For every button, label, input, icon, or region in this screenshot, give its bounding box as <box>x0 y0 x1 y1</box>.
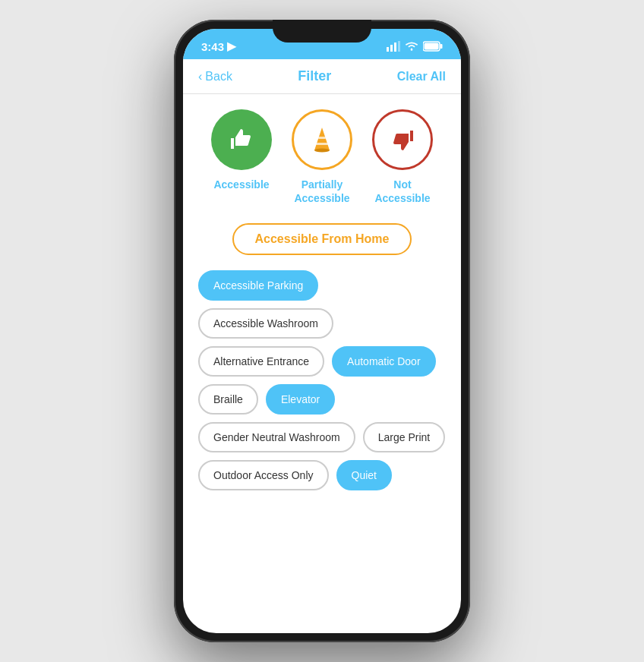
phone-screen: 3:43 ▶ <box>183 29 461 633</box>
phone-frame: 3:43 ▶ <box>174 20 470 642</box>
accessible-label: Accessible <box>213 178 269 191</box>
from-home-row: Accessible From Home <box>195 223 449 255</box>
time-display: 3:43 <box>201 40 224 53</box>
svg-rect-9 <box>316 143 328 145</box>
svg-rect-3 <box>398 41 400 52</box>
chip-accessible-washroom[interactable]: Accessible Washroom <box>198 308 333 339</box>
back-chevron: ‹ <box>198 70 202 84</box>
not-accessible-option[interactable]: Not Accessible <box>366 109 438 205</box>
clear-all-button[interactable]: Clear All <box>397 70 446 84</box>
chip-outdoor-access-only[interactable]: Outdoor Access Only <box>198 460 329 490</box>
back-label: Back <box>205 70 232 84</box>
not-accessible-label: Not Accessible <box>366 178 438 205</box>
svg-rect-2 <box>394 43 396 52</box>
chip-gender-neutral-washroom[interactable]: Gender Neutral Washroom <box>198 422 355 452</box>
accessible-option[interactable]: Accessible <box>205 109 277 191</box>
phone-notch <box>273 20 371 43</box>
chip-braille[interactable]: Braille <box>198 384 258 415</box>
status-time: 3:43 ▶ <box>201 39 236 53</box>
svg-rect-10 <box>318 137 326 139</box>
svg-rect-0 <box>387 47 389 52</box>
wifi-icon <box>405 41 418 52</box>
partially-accessible-option[interactable]: Partially Accessible <box>286 109 358 205</box>
thumbs-down-icon <box>386 123 419 156</box>
location-icon: ▶ <box>227 39 236 53</box>
svg-rect-7 <box>425 43 439 50</box>
partially-accessible-icon-circle <box>292 109 352 170</box>
nav-title: Filter <box>298 68 331 84</box>
chip-large-print[interactable]: Large Print <box>363 422 445 452</box>
filter-chips: Accessible ParkingAccessible WashroomAlt… <box>195 270 449 490</box>
partially-accessible-label: Partially Accessible <box>286 178 358 205</box>
accessible-from-home-button[interactable]: Accessible From Home <box>232 223 412 255</box>
svg-rect-1 <box>390 45 393 52</box>
status-icons <box>387 41 443 52</box>
svg-point-11 <box>314 149 330 153</box>
cone-icon <box>305 123 339 156</box>
chip-alternative-entrance[interactable]: Alternative Entrance <box>198 346 324 377</box>
not-accessible-icon-circle <box>372 109 433 170</box>
chip-accessible-parking[interactable]: Accessible Parking <box>198 270 318 301</box>
chip-quiet[interactable]: Quiet <box>336 460 392 490</box>
svg-point-4 <box>411 49 413 51</box>
signal-icon <box>387 41 400 52</box>
battery-icon <box>423 41 443 52</box>
accessible-icon-circle <box>211 109 272 170</box>
chip-automatic-door[interactable]: Automatic Door <box>332 346 435 377</box>
chip-elevator[interactable]: Elevator <box>266 384 335 415</box>
nav-bar: ‹ Back Filter Clear All <box>183 59 461 94</box>
accessibility-options-row: Accessible Partially Accessible <box>195 109 449 205</box>
svg-rect-6 <box>440 44 443 49</box>
back-button[interactable]: ‹ Back <box>198 70 232 84</box>
content-area: Accessible Partially Accessible <box>183 94 461 633</box>
thumbs-up-icon <box>225 123 258 156</box>
